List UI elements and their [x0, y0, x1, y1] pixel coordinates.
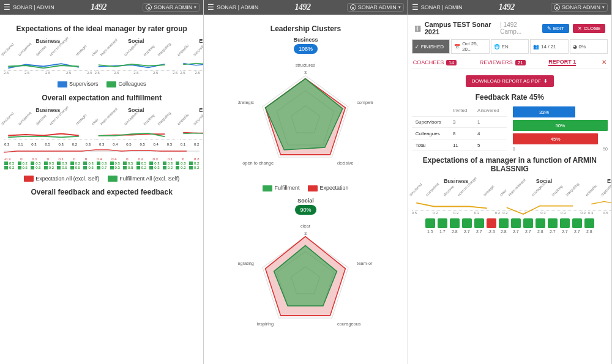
- logo: 1492: [499, 2, 515, 12]
- hbar-colleagues: 50%: [513, 120, 608, 131]
- svg-text:3: 3: [304, 70, 307, 75]
- left-triple-top: Business structuredcompetentdecisiveopen…: [4, 37, 200, 75]
- right-section2: Expectations of a manager in a function …: [412, 156, 608, 173]
- tab-reviewers[interactable]: REVIEWERS21: [480, 59, 526, 66]
- feedback-bars: 33% 50% 45% 050: [513, 105, 608, 151]
- topbar: ☰ SONAR | ADMIN 1492 ● SONAR ADMIN ▾: [0, 0, 203, 15]
- check-icon: ✓: [415, 44, 419, 50]
- hamburger-icon[interactable]: ☰: [207, 3, 214, 12]
- swatch-fulfillment: [108, 176, 118, 182]
- hbar-total: 45%: [513, 133, 599, 144]
- table-row: Total115: [412, 139, 507, 151]
- svg-text:inspiring: inspiring: [257, 321, 274, 326]
- panel-center: ☰SONAR | ADMIN 1492 ●SONAR ADMIN▾ Leader…: [204, 0, 408, 364]
- mini-chart-social: Social clearteam-orientedcourageousinspi…: [94, 37, 177, 75]
- grid-green-1: 0.50.20.50.30.30.20.30.30.30.50.50.30.30…: [4, 162, 200, 165]
- right-triple: Business structuredcompetentdecisiveopen…: [412, 177, 608, 215]
- radar-chart-business: structuredcompetentdecisiveopen to chang…: [238, 56, 373, 179]
- logo: 1492: [91, 2, 106, 12]
- page-subtitle: | 1492 Camp...: [500, 21, 534, 35]
- mini-chart-business: Business structuredcompetentdecisiveopen…: [4, 37, 92, 75]
- svg-text:integrating: integrating: [238, 261, 254, 266]
- pencil-icon: ✎: [547, 26, 551, 31]
- panel-right: ☰SONAR | ADMIN 1492 ●SONAR ADMIN▾ ▥ Camp…: [408, 0, 612, 364]
- lang-cell[interactable]: 🌐EN: [491, 39, 529, 54]
- feedback-block: InvitedAnswered Supervisors31 Colleagues…: [412, 105, 608, 151]
- user-menu[interactable]: ●SONAR ADMIN▾: [347, 3, 404, 12]
- hbar-supervisors: 33%: [513, 106, 575, 117]
- legend-2: Expectation All (excl. Self) Fulfillment…: [4, 176, 200, 182]
- center-title: Leadership Clusters: [207, 24, 403, 33]
- close-button[interactable]: ✕CLOSE: [573, 24, 605, 33]
- svg-text:open to change: open to change: [243, 160, 274, 166]
- user-icon: ●: [146, 4, 152, 10]
- badge: 14: [446, 60, 457, 65]
- people-icon: 👥: [533, 44, 539, 50]
- svg-text:clear: clear: [301, 223, 312, 228]
- svg-text:team-oriented: team-oriented: [357, 261, 373, 266]
- svg-text:strategic: strategic: [238, 100, 254, 105]
- swatch-expectation: [24, 176, 34, 182]
- svg-text:courageous: courageous: [337, 321, 361, 326]
- status-cell: ✓FINISHED: [412, 39, 450, 54]
- svg-text:3: 3: [304, 231, 307, 236]
- topbar: ☰SONAR | ADMIN 1492 ●SONAR ADMIN▾: [408, 0, 611, 15]
- topbar: ☰SONAR | ADMIN 1492 ●SONAR ADMIN▾: [204, 0, 407, 15]
- page-title: Campus TEST Sonar 2021: [425, 21, 497, 35]
- grid-green-2: 0.20.50.50.20.50.50.50.70.30.80.20.30.20…: [4, 166, 200, 169]
- chevron-down-icon: ▾: [602, 5, 605, 10]
- feedback-table: InvitedAnswered Supervisors31 Colleagues…: [412, 105, 507, 151]
- left-triple-mid: Business structuredcompetentdecisiveopen…: [4, 106, 200, 140]
- swatch-colleagues: [106, 81, 116, 87]
- legend-1: Supervisors Colleagues: [4, 81, 200, 87]
- mini-chart-emotional: Emotional empathicsupportiveopenself-awa…: [180, 37, 203, 75]
- swatch-supervisors: [58, 81, 67, 87]
- swatch-expectation: [308, 185, 318, 191]
- user-label: SONAR ADMIN: [154, 4, 192, 10]
- date-cell[interactable]: 📅Oct 25, 20...: [451, 39, 489, 54]
- left-section1-title: Expectations of the ideal manager by rat…: [4, 24, 200, 33]
- tab-close-icon[interactable]: ✕: [602, 59, 606, 66]
- axis-x: 050: [513, 147, 608, 151]
- tabs: COACHEES14 REVIEWERS21 REPORT 1 ✕: [412, 56, 608, 69]
- user-icon: ●: [350, 4, 356, 10]
- radar-legend: Fulfillment Expectation: [207, 185, 403, 191]
- chevron-down-icon: ▾: [194, 5, 196, 10]
- user-icon: ●: [554, 4, 560, 10]
- tab-coachees[interactable]: COACHEES14: [413, 59, 457, 66]
- user-menu[interactable]: ●SONAR ADMIN▾: [551, 3, 608, 12]
- close-icon: ✕: [578, 26, 582, 31]
- radar-business: Business 108% structuredcompetentdecisiv…: [207, 37, 403, 179]
- logo: 1492: [294, 2, 310, 12]
- tab-report1[interactable]: REPORT 1: [548, 59, 576, 66]
- brand-label: SONAR | ADMIN: [13, 4, 54, 10]
- sq-row: 1.51.72.82.72.7-2.32.82.72.72.82.72.72.7…: [412, 218, 608, 234]
- table-row: Colleagues84: [412, 128, 507, 139]
- feedback-title: Feedback Rate 45%: [412, 93, 608, 102]
- download-pdf-button[interactable]: DOWNLOAD REPORT AS PDF⬇: [466, 75, 554, 87]
- edit-button[interactable]: ✎EDIT: [542, 24, 569, 33]
- hamburger-icon[interactable]: ☰: [412, 3, 419, 12]
- user-menu[interactable]: ● SONAR ADMIN ▾: [143, 3, 200, 12]
- chevron-down-icon: ▾: [398, 5, 401, 10]
- radar-social: Social 90% clearteam-orientedcourageousi…: [207, 198, 403, 340]
- meta-row: ✓FINISHED 📅Oct 25, 20... 🌐EN 👥14 / 21 ◕0…: [412, 39, 608, 54]
- left-section3-title: Overall feedback and expected feedback: [4, 188, 200, 196]
- badge-business: 108%: [294, 44, 318, 54]
- page-titlebar: ▥ Campus TEST Sonar 2021 | 1492 Camp... …: [412, 20, 608, 37]
- svg-text:decisive: decisive: [337, 160, 354, 166]
- radar-chart-social: clearteam-orientedcourageousinspiringint…: [238, 217, 373, 340]
- download-icon: ⬇: [543, 78, 548, 84]
- swatch-fulfillment: [263, 185, 272, 191]
- progress-cell: ◕0%: [570, 39, 608, 54]
- axis-labels: structuredcompetentdecisiveopen to chang…: [4, 46, 92, 58]
- calendar-icon: 📅: [454, 44, 460, 50]
- svg-text:structured: structured: [296, 62, 316, 68]
- hamburger-icon[interactable]: ☰: [4, 3, 10, 12]
- svg-text:competent: competent: [357, 100, 373, 105]
- count-cell: 👥14 / 21: [530, 39, 568, 54]
- panel-left: ☰ SONAR | ADMIN 1492 ● SONAR ADMIN ▾ Exp…: [0, 0, 204, 364]
- globe-icon: 🌐: [494, 44, 500, 50]
- progress-icon: ◕: [573, 44, 577, 50]
- badge: 21: [515, 60, 526, 65]
